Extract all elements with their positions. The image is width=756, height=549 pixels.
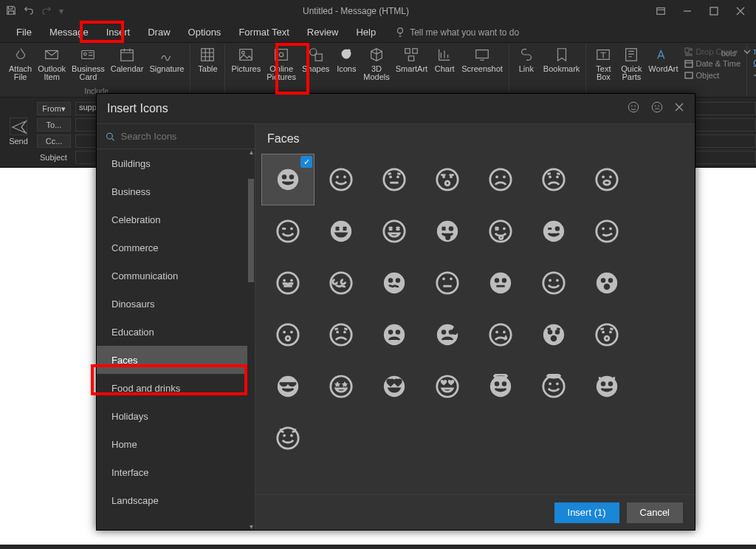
icon-halo-filled[interactable]	[474, 361, 527, 412]
table-button[interactable]: Table	[193, 44, 221, 87]
category-celebration[interactable]: Celebration	[97, 205, 247, 233]
scroll-thumb[interactable]	[248, 179, 254, 282]
icon-cool-filled[interactable]	[261, 361, 315, 412]
tab-format-text[interactable]: Format Text	[230, 22, 298, 42]
tab-insert[interactable]: Insert	[97, 22, 140, 42]
equation-button[interactable]: π Equation ▾	[753, 46, 756, 58]
icon-mustache-outline[interactable]	[261, 257, 315, 309]
icon-cry-outline[interactable]	[474, 309, 527, 361]
datetime-button[interactable]: Date & Time	[684, 58, 741, 69]
symbol-button[interactable]: Ω Symbol ▾	[753, 58, 756, 69]
icon-surprised-filled[interactable]	[580, 257, 633, 309]
category-interface[interactable]: Interface	[97, 458, 247, 486]
search-icons-field[interactable]	[97, 124, 255, 149]
category-food-and-drinks[interactable]: Food and drinks	[97, 374, 247, 402]
cc-button[interactable]: Cc...	[37, 134, 71, 148]
object-button[interactable]: Object	[684, 69, 741, 81]
icon-wink-filled[interactable]	[527, 205, 580, 257]
icon-smile-outline[interactable]	[315, 154, 368, 205]
feedback-smile-icon[interactable]	[627, 100, 640, 117]
icon-sad-filled[interactable]	[368, 309, 421, 361]
icon-confused-filled[interactable]	[368, 257, 421, 309]
3d-models-button[interactable]: 3D Models	[360, 44, 392, 87]
icon-smile2-outline[interactable]	[527, 257, 580, 309]
minimize-button[interactable]	[675, 1, 700, 21]
icon-star-outline[interactable]	[315, 361, 368, 412]
tab-help[interactable]: Help	[347, 22, 385, 42]
icon-sad-outline[interactable]	[474, 154, 527, 205]
wordart-button[interactable]: WordArt	[645, 44, 681, 87]
icons-button[interactable]: Icons	[332, 44, 360, 87]
calendar-button[interactable]: Calendar	[108, 44, 147, 87]
dialog-close-icon[interactable]	[674, 102, 684, 115]
tab-draw[interactable]: Draw	[139, 22, 179, 42]
quickparts-button[interactable]: Quick Parts	[617, 44, 645, 87]
icon-open-outline[interactable]	[421, 154, 474, 205]
chart-button[interactable]: Chart	[430, 44, 458, 87]
category-holidays[interactable]: Holidays	[97, 402, 247, 430]
icon-heart-filled[interactable]	[368, 361, 421, 412]
category-home[interactable]: Home	[97, 430, 247, 458]
icon-anxious-filled[interactable]	[421, 309, 474, 361]
tab-review[interactable]: Review	[298, 22, 348, 42]
close-button[interactable]	[728, 1, 753, 21]
icon-worried-outline[interactable]	[315, 309, 368, 361]
grid-scrollbar[interactable]	[686, 154, 695, 494]
icon-tongue-outline[interactable]	[474, 205, 527, 257]
icon-heart-outline[interactable]	[421, 361, 474, 412]
maximize-button[interactable]	[701, 1, 726, 21]
horizontal-line-button[interactable]: Horizontal Line	[753, 69, 756, 81]
icon-scared-outline[interactable]	[580, 309, 633, 361]
icon-grin-x-filled[interactable]	[315, 205, 368, 257]
icon-wink-outline[interactable]	[261, 205, 315, 257]
icon-sad-outline-2[interactable]	[527, 154, 580, 205]
shapes-button[interactable]: Shapes	[299, 44, 332, 87]
screenshot-button[interactable]: Screenshot	[458, 44, 506, 87]
tab-message[interactable]: Message	[41, 22, 97, 42]
attach-file-button[interactable]: Attach File	[6, 44, 35, 87]
link-button[interactable]: Link	[512, 44, 540, 87]
category-education[interactable]: Education	[97, 318, 247, 346]
category-business[interactable]: Business	[97, 177, 247, 205]
icon-neutral-filled[interactable]	[474, 257, 527, 309]
from-button[interactable]: From ▾	[37, 102, 71, 115]
cancel-button[interactable]: Cancel	[627, 502, 683, 523]
icon-devil-filled[interactable]	[580, 361, 633, 412]
icon-surprised-outline[interactable]	[261, 309, 315, 361]
online-pictures-button[interactable]: Online Pictures	[264, 44, 299, 87]
icon-dizzy-outline[interactable]	[315, 257, 368, 309]
save-icon[interactable]	[6, 5, 16, 18]
redo-icon[interactable]	[41, 5, 52, 18]
collapse-ribbon-icon[interactable]: bols	[721, 47, 752, 58]
icon-neutral-outline[interactable]	[368, 154, 421, 205]
category-communication[interactable]: Communication	[97, 262, 247, 290]
outlook-item-button[interactable]: Outlook Item	[35, 44, 69, 87]
feedback-frown-icon[interactable]	[650, 100, 664, 117]
icon-tongue-filled[interactable]	[421, 205, 474, 257]
bookmark-button[interactable]: Bookmark	[540, 44, 583, 87]
category-faces[interactable]: Faces	[97, 346, 247, 374]
icon-oval-outline[interactable]	[580, 154, 633, 205]
category-dinosaurs[interactable]: Dinosaurs	[97, 290, 247, 318]
to-button[interactable]: To...	[37, 118, 71, 132]
smartart-button[interactable]: SmartArt	[393, 44, 430, 87]
business-card-button[interactable]: Business Card	[69, 44, 108, 87]
scroll-up-icon[interactable]: ▴	[248, 149, 254, 155]
undo-icon[interactable]	[24, 5, 34, 18]
category-commerce[interactable]: Commerce	[97, 233, 247, 262]
category-scrollbar[interactable]: ▴ ▾	[247, 149, 255, 530]
insert-button[interactable]: Insert (1)	[554, 502, 619, 523]
send-icon[interactable]	[10, 117, 27, 135]
pictures-button[interactable]: Pictures	[228, 44, 264, 87]
category-landscape[interactable]: Landscape	[97, 486, 247, 514]
scroll-down-icon[interactable]: ▾	[248, 524, 254, 530]
signature-button[interactable]: Signature	[146, 44, 187, 87]
icon-devil-outline[interactable]	[261, 412, 315, 464]
qat-more-icon[interactable]: ▾	[59, 6, 63, 16]
icon-halo-outline[interactable]	[527, 361, 580, 412]
category-buildings[interactable]: Buildings	[97, 149, 247, 177]
tab-options[interactable]: Options	[179, 22, 230, 42]
icon-smirk-outline[interactable]	[580, 205, 633, 257]
icon-scared-filled[interactable]	[527, 309, 580, 361]
tab-file[interactable]: File	[7, 22, 41, 42]
